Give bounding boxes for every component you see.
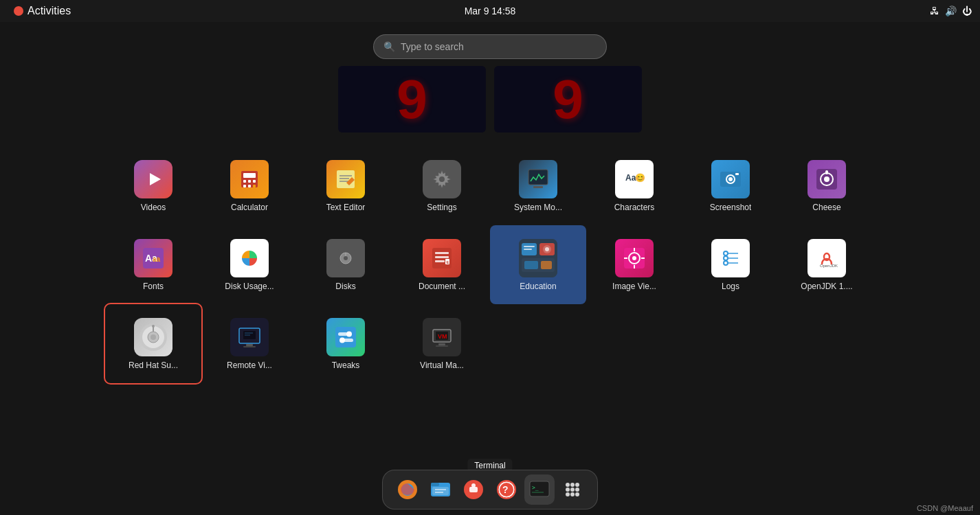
- activities-dot-icon: [14, 6, 23, 16]
- app-fonts[interactable]: Aa aa Fonts: [105, 225, 201, 304]
- app-characters[interactable]: Aa 😊 Characters: [586, 146, 682, 225]
- texteditor-label: Text Editor: [326, 203, 366, 212]
- remotevi-label: Remote Vi...: [227, 360, 272, 370]
- svg-rect-85: [344, 339, 353, 342]
- app-tweaks[interactable]: Tweaks: [298, 304, 394, 383]
- systemmon-icon: [519, 160, 557, 198]
- tweaks-label: Tweaks: [332, 360, 360, 370]
- app-redhat[interactable]: Red Hat Su...: [105, 304, 201, 383]
- app-videos[interactable]: Videos: [105, 146, 201, 225]
- svg-point-117: [575, 492, 579, 496]
- topbar: Activities Mar 9 14:58 🖧 🔊 ⏻: [0, 0, 980, 22]
- svg-text:?: ?: [502, 484, 509, 495]
- svg-rect-7: [248, 185, 251, 187]
- svg-rect-16: [528, 170, 548, 185]
- volume-icon[interactable]: 🔊: [945, 5, 957, 16]
- app-imageviewer[interactable]: Image Vie...: [586, 225, 682, 304]
- app-settings[interactable]: Settings: [394, 146, 490, 225]
- imageviewer-label: Image Vie...: [612, 282, 656, 291]
- app-row-3: Red Hat Su... Remote Vi...: [105, 304, 875, 383]
- dock-firefox[interactable]: [392, 474, 423, 505]
- activities-button[interactable]: Activities: [8, 3, 76, 19]
- search-bar[interactable]: 🔍: [373, 34, 607, 59]
- clock: Mar 9 14:58: [465, 5, 516, 16]
- openjdk-label: OpenJDK 1....: [801, 282, 852, 291]
- window-preview-2[interactable]: 9: [494, 66, 642, 133]
- svg-rect-81: [243, 346, 256, 347]
- svg-point-115: [566, 492, 570, 496]
- svg-text:E: E: [447, 260, 449, 264]
- videos-label: Videos: [141, 203, 166, 212]
- app-openjdk[interactable]: OpenJDK OpenJDK 1....: [779, 225, 875, 304]
- characters-icon: Aa 😊: [615, 160, 654, 198]
- window-num-2: 9: [553, 72, 583, 127]
- fonts-label: Fonts: [143, 282, 164, 291]
- virtual-label: Virtual Ma...: [420, 360, 464, 370]
- characters-label: Characters: [614, 203, 655, 212]
- cheese-icon: [808, 160, 846, 198]
- svg-rect-83: [338, 332, 348, 336]
- svg-point-114: [575, 488, 579, 492]
- svg-rect-96: [432, 487, 449, 495]
- dock-help[interactable]: ?: [491, 474, 522, 505]
- texteditor-icon: [326, 160, 365, 198]
- svg-rect-4: [248, 180, 251, 183]
- svg-rect-91: [436, 345, 448, 347]
- app-systemmon[interactable]: System Mo...: [490, 146, 586, 225]
- svg-point-49: [545, 247, 549, 251]
- svg-point-27: [824, 176, 829, 182]
- svg-rect-39: [435, 256, 449, 258]
- svg-rect-3: [243, 180, 246, 183]
- svg-text:OpenJDK: OpenJDK: [820, 264, 838, 268]
- app-screenshot[interactable]: Screenshot: [682, 146, 779, 225]
- app-education[interactable]: Education: [490, 225, 586, 304]
- bottom-right-text: CSDN @Meaauf: [917, 504, 973, 512]
- network-icon[interactable]: 🖧: [930, 5, 939, 16]
- settings-label: Settings: [427, 203, 456, 212]
- app-documents[interactable]: E Document ...: [394, 225, 490, 304]
- power-icon[interactable]: ⏻: [962, 5, 972, 16]
- window-num-1: 9: [397, 72, 427, 127]
- dock-files[interactable]: [425, 474, 456, 505]
- app-logs[interactable]: Logs: [682, 225, 779, 304]
- window-preview-1[interactable]: 9: [338, 66, 486, 133]
- svg-point-35: [344, 256, 348, 260]
- svg-rect-24: [735, 173, 739, 175]
- search-icon: 🔍: [383, 41, 395, 52]
- svg-point-23: [728, 177, 733, 181]
- remotevi-icon: [230, 318, 269, 356]
- app-cheese[interactable]: Cheese: [779, 146, 875, 225]
- app-virtual[interactable]: VM Virtual Ma...: [394, 304, 490, 383]
- svg-rect-28: [825, 170, 828, 174]
- svg-rect-100: [469, 487, 478, 492]
- svg-point-84: [346, 331, 352, 336]
- svg-point-113: [570, 488, 575, 492]
- app-row-2: Aa aa Fonts Disk Usage...: [105, 225, 875, 304]
- svg-rect-45: [524, 246, 535, 247]
- app-texteditor[interactable]: Text Editor: [298, 146, 394, 225]
- svg-rect-17: [533, 186, 543, 188]
- documents-label: Document ...: [419, 282, 465, 291]
- svg-point-111: [575, 483, 579, 487]
- svg-point-112: [566, 488, 570, 492]
- topbar-right: 🖧 🔊 ⏻: [930, 5, 972, 16]
- svg-text:😊: 😊: [635, 172, 645, 183]
- main-content: 🔍 9 9 Videos: [0, 22, 980, 515]
- dock-apps[interactable]: [557, 474, 588, 505]
- dock-terminal[interactable]: >_: [524, 474, 555, 505]
- search-input[interactable]: [401, 41, 597, 52]
- svg-rect-6: [243, 185, 246, 187]
- app-disks[interactable]: Disks: [298, 225, 394, 304]
- dock-software[interactable]: [458, 474, 489, 505]
- disks-icon: [326, 239, 365, 277]
- redhat-label: Red Hat Su...: [129, 360, 178, 370]
- settings-icon: [423, 160, 461, 198]
- app-diskusage[interactable]: Disk Usage...: [201, 225, 298, 304]
- app-calculator[interactable]: Calculator: [201, 146, 298, 225]
- svg-point-116: [570, 492, 575, 496]
- imageviewer-icon: [615, 239, 654, 277]
- virtual-icon: VM: [423, 318, 461, 356]
- svg-rect-5: [253, 180, 256, 183]
- disks-label: Disks: [335, 282, 355, 291]
- app-remotevi[interactable]: Remote Vi...: [201, 304, 298, 383]
